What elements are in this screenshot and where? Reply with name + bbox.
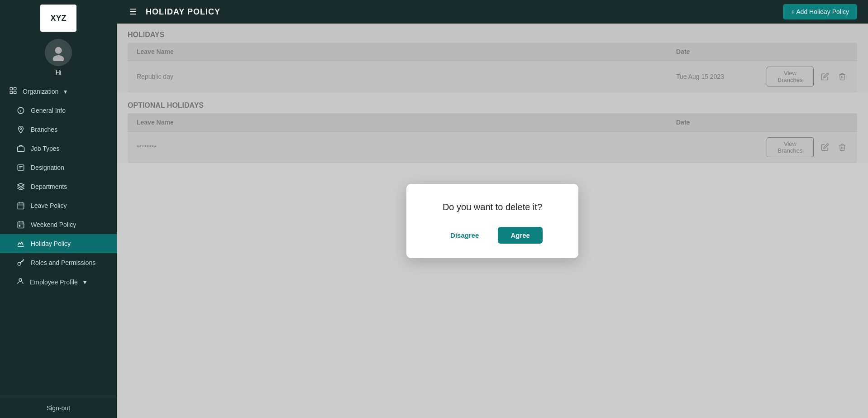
key-icon [16, 258, 25, 267]
sidebar-item-departments[interactable]: Departments [0, 177, 117, 196]
sidebar-item-leave-policy[interactable]: Leave Policy [0, 196, 117, 215]
add-holiday-policy-button[interactable]: + Add Holiday Policy [783, 4, 857, 19]
user-greeting: Hi [55, 69, 61, 76]
badge-icon [16, 163, 25, 172]
svg-rect-23 [19, 226, 20, 226]
sign-out-button[interactable]: Sign-out [0, 398, 117, 418]
sidebar-branches-label: Branches [31, 126, 108, 133]
calendar-icon [16, 201, 25, 210]
sidebar-item-roles-permissions[interactable]: Roles and Permissions [0, 253, 117, 272]
svg-point-9 [20, 128, 22, 130]
sidebar-employee-profile-label: Employee Profile [30, 279, 78, 286]
sidebar-nav: Organization ▾ General Info Branches [0, 80, 117, 398]
location-icon [16, 125, 25, 134]
info-icon [16, 106, 25, 115]
profile-icon [16, 277, 24, 287]
agree-button[interactable]: Agree [498, 227, 543, 244]
sidebar-general-info-label: General Info [31, 107, 108, 114]
svg-point-1 [53, 55, 64, 61]
svg-marker-14 [18, 183, 24, 187]
sidebar-item-holiday-policy[interactable]: Holiday Policy [0, 234, 117, 253]
sidebar-holiday-policy-label: Holiday Policy [31, 240, 108, 247]
disagree-button[interactable]: Disagree [442, 227, 487, 244]
sidebar-item-employee-profile[interactable]: Employee Profile ▾ [0, 272, 117, 292]
sidebar-item-weekend-policy[interactable]: Weekend Policy [0, 215, 117, 234]
user-avatar-icon [50, 44, 67, 61]
sidebar-designation-label: Designation [31, 164, 108, 171]
main-area: ☰ HOLIDAY POLICY + Add Holiday Policy HO… [117, 0, 868, 418]
svg-rect-19 [18, 222, 24, 228]
sidebar-weekend-policy-label: Weekend Policy [31, 221, 108, 228]
content-area: HOLIDAYS Leave Name Date Republic day Tu… [117, 24, 868, 418]
sidebar-leave-policy-label: Leave Policy [31, 202, 108, 209]
employee-profile-chevron-icon: ▾ [83, 279, 86, 286]
logo: XYZ [40, 5, 76, 32]
sidebar: XYZ Hi Organization ▾ [0, 0, 117, 418]
sidebar-item-branches[interactable]: Branches [0, 120, 117, 139]
svg-rect-2 [10, 87, 12, 90]
dialog-message: Do you want to delete it? [428, 202, 557, 212]
top-header: ☰ HOLIDAY POLICY + Add Holiday Policy [117, 0, 868, 24]
svg-point-26 [19, 279, 22, 281]
hamburger-button[interactable]: ☰ [128, 5, 138, 19]
modal-overlay: Do you want to delete it? Disagree Agree [117, 24, 868, 418]
svg-point-0 [55, 47, 62, 54]
sidebar-departments-label: Departments [31, 183, 108, 190]
departments-icon [16, 182, 25, 191]
sidebar-item-general-info[interactable]: General Info [0, 101, 117, 120]
weekend-icon [16, 220, 25, 229]
svg-rect-15 [18, 203, 24, 209]
user-avatar-section: Hi [0, 32, 117, 80]
sidebar-item-job-types[interactable]: Job Types [0, 139, 117, 158]
svg-rect-3 [14, 87, 16, 90]
page-title: HOLIDAY POLICY [146, 7, 776, 17]
org-icon [9, 86, 17, 96]
avatar [45, 39, 72, 66]
sidebar-roles-permissions-label: Roles and Permissions [31, 259, 108, 266]
svg-rect-10 [18, 147, 24, 152]
svg-rect-4 [10, 91, 12, 94]
sidebar-job-types-label: Job Types [31, 145, 108, 152]
delete-confirmation-dialog: Do you want to delete it? Disagree Agree [406, 184, 578, 258]
svg-rect-5 [14, 91, 16, 94]
org-chevron-icon: ▾ [64, 88, 67, 95]
dialog-actions: Disagree Agree [428, 227, 557, 244]
sidebar-item-organization[interactable]: Organization ▾ [0, 82, 117, 101]
holiday-icon [16, 239, 25, 248]
sidebar-item-designation[interactable]: Designation [0, 158, 117, 177]
sidebar-org-label: Organization [23, 88, 58, 95]
briefcase-icon [16, 144, 25, 153]
